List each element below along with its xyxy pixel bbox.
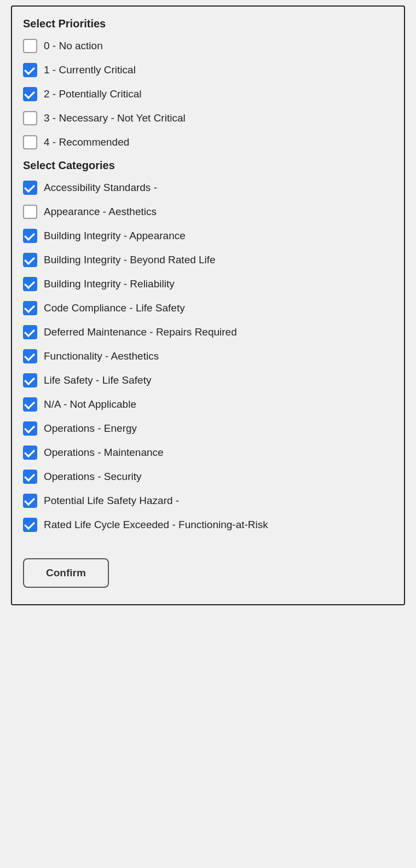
- priorities-list: 0 - No action1 - Currently Critical2 - P…: [23, 39, 393, 149]
- category-item-c14: Potential Life Safety Hazard -: [23, 494, 393, 508]
- checkbox-c11[interactable]: [23, 421, 37, 436]
- category-item-c5: Building Integrity - Reliability: [23, 277, 393, 291]
- label-c15: Rated Life Cycle Exceeded - Functioning-…: [44, 519, 268, 531]
- checkbox-c13[interactable]: [23, 470, 37, 484]
- label-c8: Functionality - Aesthetics: [44, 350, 159, 362]
- categories-list: Accessibility Standards -Appearance - Ae…: [23, 181, 393, 532]
- label-c7: Deferred Maintenance - Repairs Required: [44, 326, 237, 338]
- category-item-c12: Operations - Maintenance: [23, 445, 393, 460]
- checkbox-c6[interactable]: [23, 301, 37, 315]
- label-c11: Operations - Energy: [44, 423, 137, 435]
- label-c4: Building Integrity - Beyond Rated Life: [44, 254, 216, 266]
- label-p3: 3 - Necessary - Not Yet Critical: [44, 112, 186, 124]
- checkbox-p4[interactable]: [23, 135, 37, 149]
- category-item-c7: Deferred Maintenance - Repairs Required: [23, 325, 393, 339]
- category-item-c2: Appearance - Aesthetics: [23, 205, 393, 219]
- priority-item-p3: 3 - Necessary - Not Yet Critical: [23, 111, 393, 125]
- priority-item-p4: 4 - Recommended: [23, 135, 393, 149]
- checkbox-p2[interactable]: [23, 87, 37, 101]
- label-c5: Building Integrity - Reliability: [44, 278, 175, 290]
- checkbox-p1[interactable]: [23, 63, 37, 77]
- label-c10: N/A - Not Applicable: [44, 398, 136, 410]
- label-c1: Accessibility Standards -: [44, 182, 157, 194]
- checkbox-c1[interactable]: [23, 181, 37, 195]
- label-c12: Operations - Maintenance: [44, 447, 164, 459]
- priorities-title: Select Priorities: [23, 18, 393, 30]
- category-item-c1: Accessibility Standards -: [23, 181, 393, 195]
- label-c9: Life Safety - Life Safety: [44, 374, 151, 386]
- category-item-c11: Operations - Energy: [23, 421, 393, 436]
- checkbox-p3[interactable]: [23, 111, 37, 125]
- priority-item-p2: 2 - Potentially Critical: [23, 87, 393, 101]
- priority-item-p0: 0 - No action: [23, 39, 393, 53]
- category-item-c10: N/A - Not Applicable: [23, 397, 393, 412]
- label-p2: 2 - Potentially Critical: [44, 88, 141, 100]
- checkbox-c5[interactable]: [23, 277, 37, 291]
- category-item-c3: Building Integrity - Appearance: [23, 229, 393, 243]
- label-c3: Building Integrity - Appearance: [44, 230, 186, 242]
- confirm-button[interactable]: Confirm: [23, 558, 109, 588]
- priority-item-p1: 1 - Currently Critical: [23, 63, 393, 77]
- checkbox-c7[interactable]: [23, 325, 37, 339]
- checkbox-c14[interactable]: [23, 494, 37, 508]
- label-c6: Code Compliance - Life Safety: [44, 302, 185, 314]
- category-item-c4: Building Integrity - Beyond Rated Life: [23, 253, 393, 267]
- checkbox-c12[interactable]: [23, 445, 37, 460]
- label-c14: Potential Life Safety Hazard -: [44, 495, 179, 507]
- label-p4: 4 - Recommended: [44, 136, 129, 148]
- category-item-c15: Rated Life Cycle Exceeded - Functioning-…: [23, 518, 393, 532]
- category-item-c9: Life Safety - Life Safety: [23, 373, 393, 387]
- category-item-c13: Operations - Security: [23, 470, 393, 484]
- label-c2: Appearance - Aesthetics: [44, 206, 157, 218]
- checkbox-p0[interactable]: [23, 39, 37, 53]
- category-item-c6: Code Compliance - Life Safety: [23, 301, 393, 315]
- checkbox-c9[interactable]: [23, 373, 37, 387]
- checkbox-c4[interactable]: [23, 253, 37, 267]
- label-p0: 0 - No action: [44, 40, 103, 52]
- checkbox-c8[interactable]: [23, 349, 37, 363]
- categories-title: Select Categories: [23, 159, 393, 172]
- checkbox-c15[interactable]: [23, 518, 37, 532]
- label-c13: Operations - Security: [44, 471, 141, 483]
- checkbox-c10[interactable]: [23, 397, 37, 412]
- category-item-c8: Functionality - Aesthetics: [23, 349, 393, 363]
- checkbox-c2[interactable]: [23, 205, 37, 219]
- label-p1: 1 - Currently Critical: [44, 64, 136, 76]
- main-container: Select Priorities 0 - No action1 - Curre…: [11, 5, 405, 605]
- checkbox-c3[interactable]: [23, 229, 37, 243]
